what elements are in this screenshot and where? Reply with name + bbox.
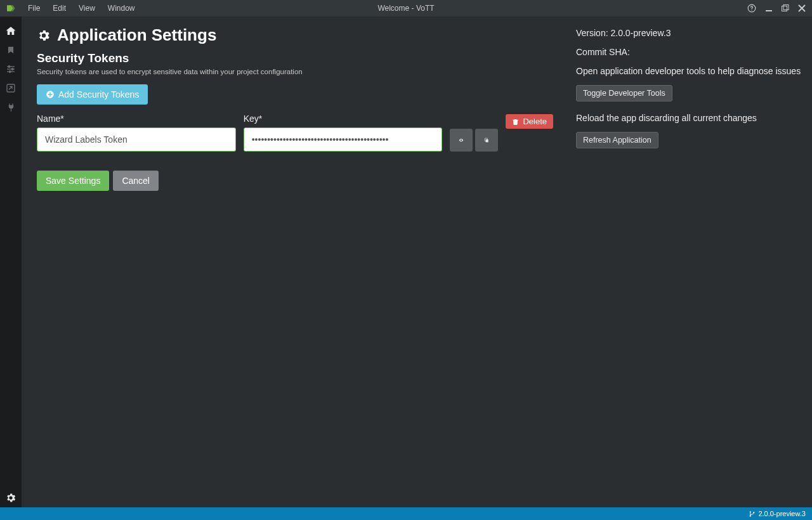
cancel-button[interactable]: Cancel <box>113 171 159 191</box>
settings-pane: Application Settings Security Tokens Sec… <box>22 16 568 507</box>
svg-point-18 <box>753 512 754 513</box>
trash-icon <box>512 118 519 126</box>
svg-rect-3 <box>782 6 787 11</box>
reload-text: Reload the app discarding all current ch… <box>576 113 802 123</box>
delete-token-button[interactable]: Delete <box>506 114 553 129</box>
info-pane: Version: 2.0.0-preview.3 Commit SHA: Ope… <box>568 16 812 507</box>
copy-icon <box>484 135 489 145</box>
svg-point-17 <box>750 515 751 516</box>
status-version-text: 2.0.0-preview.3 <box>758 510 806 517</box>
git-branch-icon <box>749 510 756 517</box>
menu-view[interactable]: View <box>72 0 102 16</box>
section-description: Security tokens are used to encrypt sens… <box>37 68 553 75</box>
status-version[interactable]: 2.0.0-preview.3 <box>749 510 806 517</box>
svg-point-10 <box>9 71 11 73</box>
token-key-input[interactable] <box>244 127 443 152</box>
menu-file[interactable]: File <box>22 0 46 16</box>
add-security-token-label: Add Security Tokens <box>58 89 139 100</box>
help-icon[interactable] <box>747 4 756 13</box>
sidebar-settings-icon[interactable] <box>0 488 22 507</box>
window-minimize-icon[interactable] <box>765 4 773 12</box>
plus-circle-icon <box>46 90 55 99</box>
svg-point-13 <box>461 140 462 140</box>
toggle-devtools-button[interactable]: Toggle Developer Tools <box>576 85 672 101</box>
token-key-label: Key* <box>244 114 443 124</box>
copy-key-button[interactable] <box>475 129 498 152</box>
menu-edit[interactable]: Edit <box>46 0 72 16</box>
sidebar-plug-icon[interactable] <box>0 98 22 117</box>
svg-point-8 <box>8 66 10 68</box>
svg-rect-2 <box>766 10 772 11</box>
main-content: Application Settings Security Tokens Sec… <box>22 16 812 507</box>
status-bar: 2.0.0-preview.3 <box>0 507 812 520</box>
svg-rect-4 <box>783 5 789 10</box>
commit-sha-text: Commit SHA: <box>576 47 802 57</box>
app-logo <box>0 3 22 13</box>
menu-window[interactable]: Window <box>102 0 141 16</box>
section-title: Security Tokens <box>37 51 553 65</box>
security-token-row: Name* Key* <box>37 114 553 152</box>
sidebar-sliders-icon[interactable] <box>0 60 22 79</box>
svg-point-16 <box>750 511 751 512</box>
save-settings-button[interactable]: Save Settings <box>37 171 109 191</box>
window-maximize-icon[interactable] <box>782 4 789 12</box>
svg-rect-14 <box>486 140 488 143</box>
sidebar-bookmark-icon[interactable] <box>0 41 22 60</box>
svg-point-9 <box>11 68 13 70</box>
eye-icon <box>459 134 464 146</box>
page-title: Application Settings <box>37 25 553 45</box>
page-title-text: Application Settings <box>57 25 216 45</box>
sidebar <box>0 16 22 507</box>
refresh-application-button[interactable]: Refresh Application <box>576 132 658 148</box>
svg-point-1 <box>751 10 752 10</box>
add-security-token-button[interactable]: Add Security Tokens <box>37 84 148 105</box>
titlebar: File Edit View Window Welcome - VoTT <box>0 0 812 16</box>
version-text: Version: 2.0.0-preview.3 <box>576 28 802 38</box>
menu-bar: File Edit View Window <box>22 0 141 16</box>
window-close-icon[interactable] <box>798 4 806 12</box>
reveal-key-button[interactable] <box>450 129 473 152</box>
delete-token-label: Delete <box>523 117 547 126</box>
diagnose-text: Open application developer tools to help… <box>576 66 802 76</box>
token-name-input[interactable] <box>37 127 236 152</box>
sidebar-export-icon[interactable] <box>0 79 22 98</box>
token-name-label: Name* <box>37 114 236 124</box>
sidebar-home-icon[interactable] <box>0 22 22 41</box>
